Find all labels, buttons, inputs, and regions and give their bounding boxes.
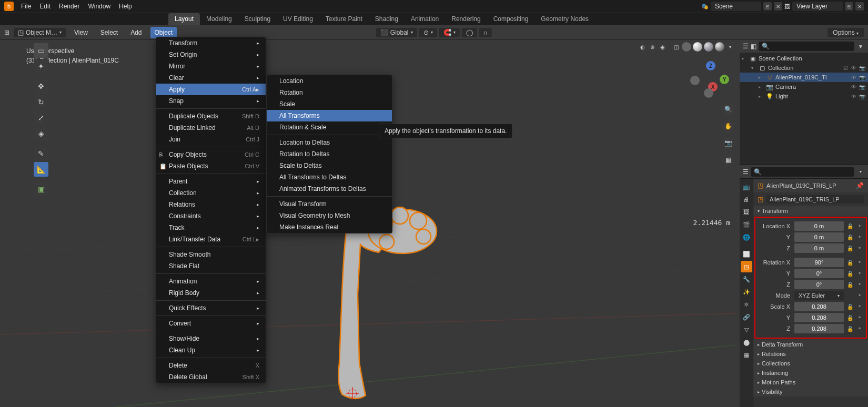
section-visibility[interactable]: Visibility (753, 387, 868, 396)
animate-icon[interactable]: • (856, 222, 863, 230)
lock-icon[interactable]: 🔓 (846, 246, 854, 251)
lock-icon[interactable]: 🔓 (846, 271, 854, 277)
menu-item-animated-transforms-to-deltas[interactable]: Animated Transforms to Deltas (267, 183, 392, 195)
tool-measure[interactable]: 📐 (34, 162, 48, 177)
rotation-x-value[interactable]: 90° (794, 258, 844, 267)
shading-solid[interactable] (693, 42, 702, 52)
property-type-icon[interactable]: ☰ (743, 168, 749, 176)
menu-item-convert[interactable]: Convert (156, 318, 266, 329)
section-motion-paths[interactable]: Motion Paths (753, 378, 868, 387)
animate-icon[interactable]: • (856, 314, 863, 321)
tab-render[interactable]: 📺 (741, 181, 752, 192)
animate-icon[interactable]: • (856, 292, 863, 299)
scale-y-value[interactable]: 0.208 (794, 313, 844, 322)
view-layer-field[interactable] (792, 2, 843, 11)
menu-window[interactable]: Window (87, 2, 112, 11)
filter-button[interactable]: ▼ (856, 42, 865, 50)
pivot-selector[interactable]: ⊙▾ (419, 28, 437, 37)
animate-icon[interactable]: • (856, 270, 863, 277)
outliner-search-input[interactable] (772, 43, 851, 49)
menu-item-link-transfer-data[interactable]: Link/Transfer DataCtrl L▸ (156, 233, 266, 245)
section-collections[interactable]: Collections (753, 359, 868, 368)
render-icon[interactable]: 📷 (859, 75, 866, 80)
outliner-display-mode-icon[interactable]: ◧ (751, 43, 756, 50)
shading-material[interactable] (704, 42, 713, 52)
tab-particles[interactable]: ✨ (741, 286, 752, 298)
tab-uv-editing[interactable]: UV Editing (277, 13, 319, 25)
tab-constraints[interactable]: 🔗 (741, 311, 752, 323)
menu-item-visual-geometry-to-mesh[interactable]: Visual Geometry to Mesh (267, 210, 392, 221)
animate-icon[interactable]: • (856, 233, 863, 241)
tab-output[interactable]: 🖨 (741, 194, 752, 205)
visibility-icon[interactable]: 👁 (850, 84, 857, 90)
viewlayer-browse-icon[interactable]: 🖼 (784, 3, 790, 9)
tool-select-box[interactable]: ▭ (34, 43, 48, 58)
overlay-toggle[interactable]: ◉ (658, 43, 667, 51)
menu-item-all-transforms-to-deltas[interactable]: All Transforms to Deltas (267, 171, 392, 183)
menu-item-relations[interactable]: Relations (156, 199, 266, 210)
tab-rendering[interactable]: Rendering (445, 13, 487, 25)
scene-browse-icon[interactable]: 🎭 (701, 3, 709, 10)
delete-scene-button[interactable]: ✕ (774, 2, 782, 11)
animate-icon[interactable]: • (856, 259, 863, 266)
visibility-icon[interactable]: 👁 (850, 65, 857, 71)
menu-item-all-transforms[interactable]: All Transforms (267, 110, 392, 121)
menu-item-delete[interactable]: DeleteX (156, 360, 266, 371)
section-instancing[interactable]: Instancing (753, 368, 868, 378)
proportional-edit[interactable]: ◯ (462, 28, 477, 37)
expand-icon[interactable]: ▸ (759, 94, 764, 99)
section-delta-transform[interactable]: Delta Transform (753, 340, 868, 349)
menu-item-duplicate-objects[interactable]: Duplicate ObjectsShift D (156, 110, 266, 122)
remove-viewlayer-button[interactable]: ✕ (855, 2, 864, 11)
menu-item-set-origin[interactable]: Set Origin (156, 49, 266, 60)
menu-item-scale[interactable]: Scale (267, 98, 392, 110)
scale-x-value[interactable]: 0.208 (794, 302, 844, 311)
tab-texture-paint[interactable]: Texture Paint (319, 13, 369, 25)
section-relations[interactable]: Relations (753, 349, 868, 359)
menu-item-location[interactable]: Location (267, 75, 392, 87)
menu-item-rotation[interactable]: Rotation (267, 87, 392, 98)
menu-item-quick-effects[interactable]: Quick Effects (156, 302, 266, 314)
exclude-checkbox[interactable]: ☑ (842, 65, 849, 71)
zoom-button[interactable]: 🔍 (722, 103, 734, 116)
menu-item-shade-smooth[interactable]: Shade Smooth (156, 249, 266, 260)
lock-icon[interactable]: 🔓 (846, 260, 854, 266)
menu-render[interactable]: Render (58, 2, 80, 11)
tab-layout[interactable]: Layout (168, 13, 200, 25)
menu-item-make-instances-real[interactable]: Make Instances Real (267, 221, 392, 233)
tab-modifiers[interactable]: 🔧 (741, 273, 752, 285)
tab-view-layer[interactable]: 🖼 (741, 206, 752, 218)
proportional-falloff[interactable]: ∩ (479, 28, 492, 37)
tab-physics[interactable]: ⚛ (741, 299, 752, 310)
render-icon[interactable]: 📷 (859, 84, 866, 90)
menu-add[interactable]: Add (126, 27, 146, 38)
menu-item-animation[interactable]: Animation (156, 276, 266, 287)
object-name-field[interactable]: AlienPlant_019C_TRIS_LP (766, 195, 864, 204)
location-y-value[interactable]: 0 m (794, 232, 844, 242)
tool-move[interactable]: ✥ (34, 79, 48, 94)
new-scene-button[interactable]: ⎘ (763, 2, 772, 11)
pin-icon[interactable]: 📌 (856, 182, 864, 189)
location-z-value[interactable]: 0 m (794, 243, 844, 253)
axis-neg-y[interactable] (690, 76, 700, 85)
scene-name-input[interactable] (715, 3, 757, 10)
menu-item-snap[interactable]: Snap (156, 95, 266, 107)
rotation-mode-select[interactable]: XYZ Euler▾ (794, 291, 844, 300)
mode-selector[interactable]: ◳ Object M… ▾ (14, 28, 66, 37)
tab-shading[interactable]: Shading (369, 13, 405, 25)
pan-button[interactable]: ✋ (722, 120, 734, 133)
expand-icon[interactable]: ▸ (759, 85, 764, 89)
tree-collection[interactable]: ▾ ▢ Collection ☑ 👁 📷 (740, 63, 868, 73)
axis-neg-z[interactable] (704, 88, 713, 98)
menu-item-copy-objects[interactable]: ⎘Copy ObjectsCtrl C (156, 149, 266, 160)
animate-icon[interactable]: • (856, 325, 863, 332)
menu-item-transform[interactable]: Transform (156, 37, 266, 49)
tab-sculpting[interactable]: Sculpting (238, 13, 277, 25)
menu-item-rotation-scale[interactable]: Rotation & Scale (267, 121, 392, 133)
render-icon[interactable]: 📷 (859, 65, 866, 71)
lock-icon[interactable]: 🔓 (846, 326, 854, 332)
menu-edit[interactable]: Edit (38, 2, 52, 11)
tab-geometry-nodes[interactable]: Geometry Nodes (534, 13, 595, 25)
menu-item-clean-up[interactable]: Clean Up (156, 344, 266, 356)
menu-item-paste-objects[interactable]: 📋Paste ObjectsCtrl V (156, 160, 266, 172)
